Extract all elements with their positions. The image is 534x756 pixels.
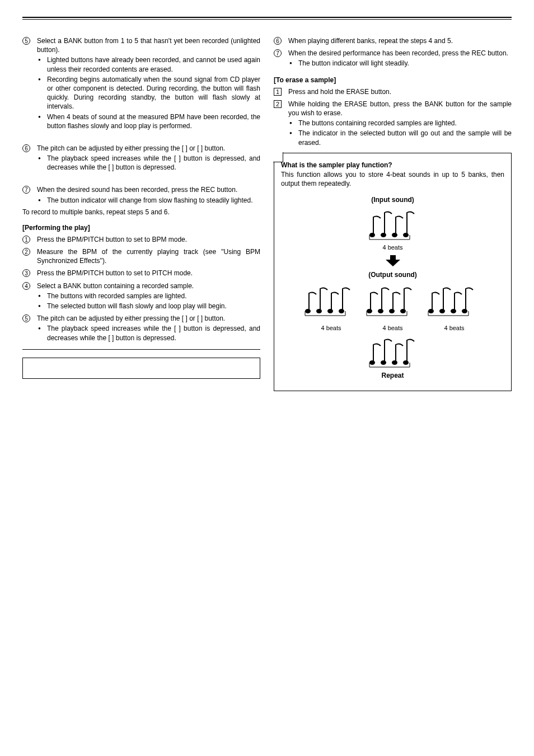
- play-step-5: 5 The pitch can be adjusted by either pr…: [22, 314, 260, 342]
- figure-input-label: (Input sound): [371, 196, 414, 204]
- svg-point-15: [451, 309, 456, 313]
- bullet-icon: ●: [37, 324, 47, 342]
- step-6: 6 The pitch can be adjusted by either pr…: [22, 144, 260, 172]
- bullet-icon: ●: [288, 129, 298, 147]
- erase-title: [To erase a sample]: [274, 76, 512, 84]
- bullet-icon: ●: [288, 59, 298, 68]
- left-bottom-rule: [22, 349, 260, 350]
- erase-bullet-2: ● The indicator in the selected button w…: [288, 129, 512, 147]
- play-step-2: 2 Measure the BPM of the currently playi…: [22, 247, 260, 265]
- step-5-bullet-3-text: When 4 beats of sound at the measured BP…: [47, 112, 260, 130]
- step-5: 5 Select a BANK button from 1 to 5 that …: [22, 36, 260, 130]
- svg-point-13: [429, 309, 433, 313]
- left-column: 5 Select a BANK button from 1 to 5 that …: [22, 36, 260, 391]
- bullet-icon: ●: [37, 55, 47, 73]
- erase-step-2-body: While holding the ERASE button, press th…: [288, 100, 512, 118]
- right-step-7-body: When the desired performance has been re…: [288, 49, 512, 58]
- svg-point-0: [370, 233, 374, 237]
- panel-heading: What is the sampler play function?: [281, 161, 504, 169]
- step-6-bullet-text: The playback speed increases while the […: [47, 154, 260, 172]
- bullet-icon: ●: [288, 119, 298, 128]
- music-notes-output-icon: [301, 282, 485, 321]
- erase-bullet-1: ● The buttons containing recorded sample…: [288, 119, 512, 128]
- svg-point-18: [381, 361, 386, 364]
- bullet-icon: ●: [37, 292, 47, 300]
- bullet-icon: ●: [37, 112, 47, 130]
- figure-area: (Input sound) 4 beats: [281, 196, 504, 379]
- step-5-bullet-3: ● When 4 beats of sound at the measured …: [37, 112, 260, 130]
- step-7-body: When the desired sound has been recorded…: [37, 185, 260, 194]
- svg-point-17: [370, 361, 374, 364]
- play-step-3-body: Press the BPM/PITCH button to set to PIT…: [37, 269, 260, 278]
- erase-step-2: 2 While holding the ERASE button, press …: [274, 100, 512, 147]
- bullet-icon: ●: [37, 196, 47, 205]
- play-step-2-num: 2: [22, 247, 37, 265]
- right-step-6-num: 6: [274, 36, 288, 45]
- svg-point-3: [404, 233, 408, 237]
- step-number-7: 7: [22, 185, 37, 204]
- bullet-icon: ●: [37, 75, 47, 111]
- right-step-7: 7 When the desired performance has been …: [274, 49, 512, 68]
- play-step-5-bullet-text: The playback speed increases while the […: [47, 324, 260, 342]
- step-6-body: The pitch can be adjusted by either pres…: [37, 144, 260, 153]
- play-step-1-num: 1: [22, 235, 37, 244]
- play-step-5-num: 5: [22, 314, 37, 342]
- right-step-6-body: When playing different banks, repeat the…: [288, 36, 512, 45]
- play-step-4-bullet-2-text: The selected button will flash slowly an…: [47, 302, 260, 311]
- play-step-5-body: The pitch can be adjusted by either pres…: [37, 314, 260, 323]
- step-number-5: 5: [22, 36, 37, 130]
- play-step-3: 3 Press the BPM/PITCH button to set to P…: [22, 269, 260, 278]
- figure-output-label: (Output sound): [368, 271, 417, 279]
- play-step-4-bullet-1: ● The buttons with recorded samples are …: [37, 292, 260, 300]
- two-column-layout: 5 Select a BANK button from 1 to 5 that …: [22, 36, 512, 391]
- right-column: 6 When playing different banks, repeat t…: [274, 36, 512, 391]
- svg-point-1: [381, 233, 386, 237]
- play-step-5-bullet: ● The playback speed increases while the…: [37, 324, 260, 342]
- play-step-2-body: Measure the BPM of the currently playing…: [37, 247, 260, 265]
- svg-marker-4: [386, 255, 400, 266]
- erase-step-1-num: 1: [274, 87, 288, 96]
- figure-4beat-labels-row: 4 beats 4 beats 4 beats: [301, 325, 485, 331]
- page-top-rule: [22, 17, 512, 20]
- right-step-7-bullet: ● The button indicator will light steadi…: [288, 59, 512, 68]
- svg-point-8: [339, 309, 344, 313]
- play-step-4: 4 Select a BANK button containing a reco…: [22, 281, 260, 311]
- svg-point-16: [462, 309, 467, 313]
- step-7-bullet-text: The button indicator will change from sl…: [47, 196, 260, 205]
- step-5-bullet-1: ● Lighted buttons have already been reco…: [37, 55, 260, 73]
- erase-step-1-body: Press and hold the ERASE button.: [288, 87, 512, 96]
- bullet-icon: ●: [37, 154, 47, 172]
- play-step-1: 1 Press the BPM/PITCH button to set to B…: [22, 235, 260, 244]
- music-notes-input-icon: [365, 207, 421, 241]
- figure-4beat-3: 4 beats: [444, 325, 464, 331]
- svg-point-20: [404, 361, 408, 364]
- panel-body: This function allows you to store 4-beat…: [281, 170, 504, 188]
- erase-bullet-1-text: The buttons containing recorded samples …: [298, 119, 512, 128]
- play-step-4-num: 4: [22, 281, 37, 311]
- play-step-4-bullet-2: ● The selected button will flash slowly …: [37, 302, 260, 311]
- figure-4beats-label: 4 beats: [382, 244, 402, 251]
- step-5-bullet-2-text: Recording begins automatically when the …: [47, 75, 260, 111]
- figure-4beat-1: 4 beats: [321, 325, 341, 331]
- svg-point-11: [390, 309, 394, 313]
- step-5-bullet-1-text: Lighted buttons have already been record…: [47, 55, 260, 73]
- svg-point-19: [392, 361, 397, 364]
- play-step-4-bullet-1-text: The buttons with recorded samples are li…: [47, 292, 260, 300]
- play-title: [Performing the play]: [22, 224, 260, 232]
- step-7-bullet: ● The button indicator will change from …: [37, 196, 260, 205]
- panel-corner-notch: [273, 152, 283, 162]
- right-step-7-num: 7: [274, 49, 288, 68]
- svg-point-9: [367, 309, 372, 313]
- arrow-down-icon: [385, 254, 401, 267]
- step-number-6: 6: [22, 144, 37, 172]
- music-notes-repeat-icon: [365, 335, 421, 368]
- step-7: 7 When the desired sound has been record…: [22, 185, 260, 204]
- step-6-bullet: ● The playback speed increases while the…: [37, 154, 260, 172]
- svg-point-6: [317, 309, 321, 313]
- svg-point-14: [440, 309, 444, 313]
- right-step-6: 6 When playing different banks, repeat t…: [274, 36, 512, 45]
- svg-point-12: [401, 309, 405, 313]
- play-step-4-body: Select a BANK button containing a record…: [37, 281, 260, 290]
- svg-point-10: [378, 309, 383, 313]
- multi-bank-note: To record to multiple banks, repeat step…: [22, 208, 260, 216]
